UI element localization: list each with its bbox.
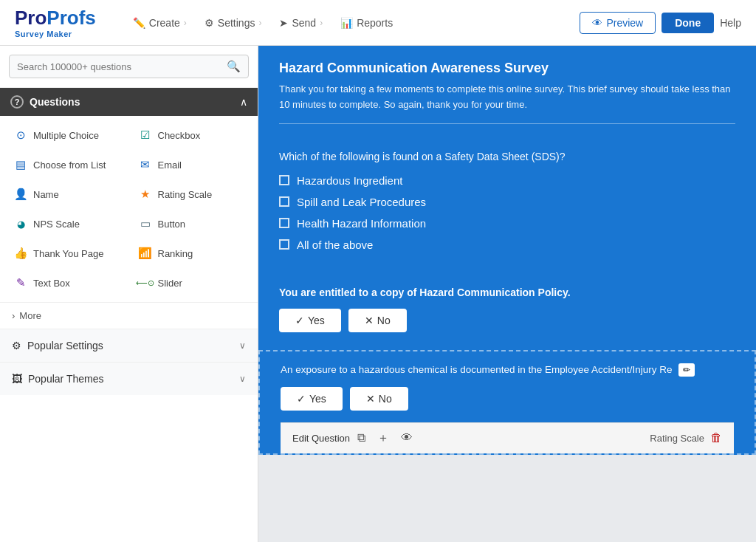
email-icon: ✉ xyxy=(138,157,153,172)
edit-question-label: Edit Question xyxy=(292,433,350,444)
header: ProProfs Survey Maker ✏️ Create › ⚙ Sett… xyxy=(0,0,756,46)
popular-themes-label-group: 🖼 Popular Themes xyxy=(12,373,103,385)
question-1-text: Which of the following is found on a Saf… xyxy=(279,151,735,162)
thank-you-icon: 👍 xyxy=(13,246,28,261)
nav-send[interactable]: ➤ Send › xyxy=(272,13,330,33)
answer-3[interactable]: Health Hazard Information xyxy=(279,217,735,230)
logo-profs: Profs xyxy=(47,7,95,29)
delete-button[interactable]: 🗑 xyxy=(710,431,722,445)
button-icon: ▭ xyxy=(138,216,153,231)
nav-sep-2: › xyxy=(258,18,261,28)
more-button[interactable]: › More xyxy=(0,302,258,329)
logo: ProProfs Survey Maker xyxy=(15,7,96,38)
question-block-1: Which of the following is found on a Saf… xyxy=(258,136,756,275)
view-icon-button[interactable]: 👁 xyxy=(396,430,417,446)
header-actions: 👁 Preview Done Help xyxy=(580,12,741,34)
answer-3-label: Health Hazard Information xyxy=(297,217,426,230)
copy-icon-button[interactable]: ⧉ xyxy=(353,430,370,446)
answer-4-label: All of the above xyxy=(297,239,373,251)
yes-no-buttons-2: ✓ Yes ✕ No xyxy=(279,309,735,332)
pencil-icon: ✏️ xyxy=(133,17,145,29)
popular-settings-header[interactable]: ⚙ Popular Settings ∨ xyxy=(0,329,258,362)
qtype-multiple-choice[interactable]: ⊙ Multiple Choice xyxy=(4,120,129,150)
checkbox-2[interactable] xyxy=(279,196,289,207)
qtype-nps-scale[interactable]: ◕ NPS Scale xyxy=(4,209,129,239)
question-3-text-group: An exposure to a hazardous chemical is d… xyxy=(281,363,734,377)
themes-chevron-icon: ∨ xyxy=(239,374,246,384)
text-box-icon: ✎ xyxy=(13,275,28,290)
question-2-text: You are entitled to a copy of Hazard Com… xyxy=(279,287,735,298)
choose-from-list-icon: ▤ xyxy=(13,157,28,172)
nav-create[interactable]: ✏️ Create › xyxy=(126,13,194,33)
gear-icon: ⚙ xyxy=(205,17,214,29)
question-type-label: Rating Scale xyxy=(650,433,704,444)
nav-reports[interactable]: 📊 Reports xyxy=(333,13,400,33)
check-icon-3: ✓ xyxy=(297,393,306,405)
answer-2-label: Spill and Leak Procedures xyxy=(297,196,426,208)
done-button[interactable]: Done xyxy=(662,13,714,33)
questions-section-header[interactable]: ? Questions ∧ xyxy=(0,88,258,116)
survey-divider xyxy=(279,123,735,124)
qtype-rating-scale[interactable]: ★ Rating Scale xyxy=(129,179,254,209)
logo-text: ProProfs xyxy=(15,7,96,30)
checkbox-icon: ☑ xyxy=(138,128,153,143)
multiple-choice-icon: ⊙ xyxy=(13,128,28,143)
chart-icon: 📊 xyxy=(340,17,353,29)
check-icon-2: ✓ xyxy=(295,315,304,326)
checkbox-4[interactable] xyxy=(279,239,289,250)
edit-toolbar: Edit Question ⧉ ＋ 👁 Rating Scale 🗑 xyxy=(281,422,734,453)
popular-themes-section: 🖼 Popular Themes ∨ xyxy=(0,362,258,395)
qtype-thank-you-page[interactable]: 👍 Thank You Page xyxy=(4,239,129,268)
add-icon-button[interactable]: ＋ xyxy=(373,429,394,447)
checkbox-3[interactable] xyxy=(279,218,289,228)
qtype-button[interactable]: ▭ Button xyxy=(129,209,254,239)
answer-4[interactable]: All of the above xyxy=(279,239,735,251)
no-button-3[interactable]: ✕ No xyxy=(350,387,408,411)
ranking-icon: 📶 xyxy=(138,246,153,261)
qtype-text-box[interactable]: ✎ Text Box xyxy=(4,268,129,298)
main-nav: ✏️ Create › ⚙ Settings › ➤ Send › 📊 Repo… xyxy=(126,13,580,33)
qtype-ranking[interactable]: 📶 Ranking xyxy=(129,239,254,268)
search-section: 🔍 xyxy=(0,46,258,88)
no-button-2[interactable]: ✕ No xyxy=(348,309,407,332)
survey-title: Hazard Communication Awareness Survey xyxy=(279,61,735,76)
popular-themes-header[interactable]: 🖼 Popular Themes ∨ xyxy=(0,363,258,395)
survey-description: Thank you for taking a few moments to co… xyxy=(279,82,735,113)
qtype-email[interactable]: ✉ Email xyxy=(129,150,254,179)
questions-label-group: ? Questions xyxy=(10,95,80,109)
answer-1[interactable]: Hazardous Ingredient xyxy=(279,174,735,187)
layout: 🔍 ? Questions ∧ ⊙ Multiple Choice ☑ Chec… xyxy=(0,46,756,542)
question-mark-icon: ? xyxy=(10,95,24,109)
edit-pencil-button[interactable]: ✏ xyxy=(678,363,695,377)
survey-header: Hazard Communication Awareness Survey Th… xyxy=(258,46,756,136)
help-button[interactable]: Help xyxy=(720,17,741,29)
sidebar: 🔍 ? Questions ∧ ⊙ Multiple Choice ☑ Chec… xyxy=(0,46,258,542)
qtype-name[interactable]: 👤 Name xyxy=(4,179,129,209)
checkbox-1[interactable] xyxy=(279,175,289,185)
popular-settings-section: ⚙ Popular Settings ∨ xyxy=(0,329,258,362)
survey-container: Hazard Communication Awareness Survey Th… xyxy=(258,46,756,455)
logo-pro: Pro xyxy=(15,7,47,29)
qtype-slider[interactable]: ⟵⊙ Slider xyxy=(129,268,254,298)
collapse-icon: ∧ xyxy=(240,96,247,108)
edit-toolbar-right: Rating Scale 🗑 xyxy=(650,431,722,445)
answer-2[interactable]: Spill and Leak Procedures xyxy=(279,196,735,208)
preview-button[interactable]: 👁 Preview xyxy=(580,12,656,34)
nps-scale-icon: ◕ xyxy=(13,216,28,231)
question-block-2: You are entitled to a copy of Hazard Com… xyxy=(258,275,756,350)
search-box-inner: 🔍 xyxy=(9,55,249,78)
answer-1-label: Hazardous Ingredient xyxy=(297,174,402,187)
cross-icon-2: ✕ xyxy=(365,315,374,326)
yes-button-3[interactable]: ✓ Yes xyxy=(281,387,343,411)
qtype-checkbox[interactable]: ☑ Checkbox xyxy=(129,120,254,150)
search-icon: 🔍 xyxy=(227,60,241,73)
nav-settings[interactable]: ⚙ Settings › xyxy=(197,13,269,33)
nav-sep-3: › xyxy=(320,18,323,28)
qtype-choose-from-list[interactable]: ▤ Choose from List xyxy=(4,150,129,179)
nav-sep-1: › xyxy=(184,18,187,28)
settings-chevron-icon: ∨ xyxy=(239,340,246,351)
search-input[interactable] xyxy=(17,61,227,72)
yes-button-2[interactable]: ✓ Yes xyxy=(279,309,341,332)
edit-toolbar-left: Edit Question ⧉ ＋ 👁 xyxy=(292,429,417,447)
logo-subtitle: Survey Maker xyxy=(15,30,96,38)
